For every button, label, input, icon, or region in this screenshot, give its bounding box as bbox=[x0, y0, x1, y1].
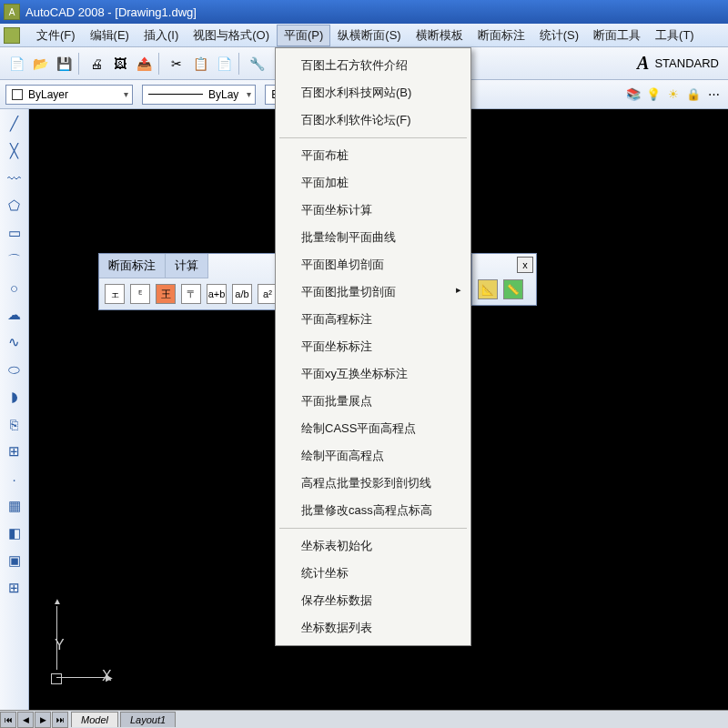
window-title: AutoCAD 2008 - [Drawing1.dwg] bbox=[25, 5, 197, 19]
polygon-tool-icon[interactable]: ⬠ bbox=[4, 195, 25, 217]
tab-nav-button[interactable]: ▶ bbox=[35, 712, 51, 728]
polyline-tool-icon[interactable]: 〰 bbox=[4, 167, 25, 189]
draw-toolbar: ╱ ╳ 〰 ⬠ ▭ ⌒ ○ ☁ ∿ ⬭ ◗ ⎘ ⊞ · ▦ ◧ ▣ ⊞ bbox=[0, 109, 29, 710]
menu-4[interactable]: 平面(P) bbox=[277, 25, 330, 46]
menu-item[interactable]: 保存坐标数据 bbox=[278, 587, 469, 614]
save-icon[interactable]: 💾 bbox=[53, 53, 75, 75]
floating-tab-calc[interactable]: 计算 bbox=[166, 254, 208, 278]
revision-cloud-icon[interactable]: ☁ bbox=[4, 304, 25, 326]
spline-tool-icon[interactable]: ∿ bbox=[4, 331, 25, 353]
calc-tool-2-icon[interactable]: a/b bbox=[232, 284, 252, 304]
menu-3[interactable]: 视图与格式(O) bbox=[186, 25, 277, 46]
layer-combo-label: ByLayer bbox=[28, 88, 68, 101]
menu-10[interactable]: 工具(T) bbox=[648, 25, 702, 46]
menu-item[interactable]: 高程点批量投影到剖切线 bbox=[278, 470, 469, 497]
menu-item[interactable]: 百图水利科技网站(B) bbox=[278, 79, 469, 106]
text-style-name: STANDARD bbox=[654, 56, 719, 70]
arc-tool-icon[interactable]: ⌒ bbox=[4, 249, 25, 271]
menu-item[interactable]: 坐标表初始化 bbox=[278, 532, 469, 560]
publish-icon[interactable]: 📤 bbox=[133, 53, 155, 75]
tab-nav-button[interactable]: ⏮ bbox=[0, 712, 16, 728]
layer-lock-icon[interactable]: 🔒 bbox=[684, 86, 703, 104]
layer-combo[interactable]: ByLayer bbox=[5, 85, 133, 105]
menu-item[interactable]: 平面加桩 bbox=[278, 169, 469, 197]
menu-item[interactable]: 平面坐标标注 bbox=[278, 333, 469, 360]
dim-tool-1-icon[interactable]: ェ bbox=[105, 284, 125, 304]
menu-item[interactable]: 批量绘制平面曲线 bbox=[278, 224, 469, 251]
app-logo-icon: A bbox=[4, 4, 20, 20]
menu-2[interactable]: 插入(I) bbox=[136, 25, 186, 46]
point-tool-icon[interactable]: · bbox=[4, 468, 25, 490]
layout1-tab[interactable]: Layout1 bbox=[120, 712, 176, 727]
print-icon[interactable]: 🖨 bbox=[86, 53, 107, 75]
menu-item[interactable]: 绘制CASS平面高程点 bbox=[278, 415, 469, 442]
menu-item[interactable]: 平面高程标注 bbox=[278, 306, 469, 333]
ucs-y-arrowhead-icon: ▲ bbox=[53, 596, 62, 606]
menu-0[interactable]: 文件(F) bbox=[29, 25, 83, 46]
menu-item[interactable]: 平面图批量切剖面 bbox=[278, 278, 469, 306]
open-file-icon[interactable]: 📂 bbox=[29, 53, 51, 75]
floating-toolbar-annotation[interactable]: 断面标注 计算 ェ ᴱ 王 〒 a+b a/b a² bbox=[98, 253, 284, 310]
plugin-logo-icon bbox=[4, 27, 20, 44]
menu-item[interactable]: 批量修改cass高程点标高 bbox=[278, 497, 469, 524]
layer-more-icon[interactable]: ⋯ bbox=[704, 86, 723, 104]
measure-tool-2-icon[interactable]: 📏 bbox=[503, 279, 523, 299]
menu-item[interactable]: 绘制平面高程点 bbox=[278, 442, 469, 470]
menu-item[interactable]: 坐标数据列表 bbox=[278, 614, 469, 642]
dim-tool-3-icon[interactable]: 王 bbox=[156, 284, 176, 304]
menu-item[interactable]: 平面图单切剖面 bbox=[278, 251, 469, 278]
menu-7[interactable]: 断面标注 bbox=[470, 25, 532, 46]
construction-line-icon[interactable]: ╳ bbox=[4, 140, 25, 162]
ucs-x-axis bbox=[56, 677, 107, 678]
close-button[interactable]: x bbox=[517, 257, 533, 273]
menu-6[interactable]: 横断模板 bbox=[409, 25, 470, 46]
menu-item[interactable]: 平面坐标计算 bbox=[278, 197, 469, 224]
menu-5[interactable]: 纵横断面(S) bbox=[330, 25, 408, 46]
measure-tool-1-icon[interactable]: 📐 bbox=[478, 279, 498, 299]
make-block-icon[interactable]: ⊞ bbox=[4, 440, 25, 462]
menu-item[interactable]: 百图土石方软件介绍 bbox=[278, 52, 469, 79]
linetype-combo[interactable]: ByLay bbox=[142, 85, 256, 105]
layer-on-icon[interactable]: 💡 bbox=[644, 86, 662, 104]
rectangle-tool-icon[interactable]: ▭ bbox=[4, 222, 25, 244]
model-tab[interactable]: Model bbox=[71, 712, 118, 727]
ellipse-arc-icon[interactable]: ◗ bbox=[4, 386, 25, 408]
plane-menu-dropdown: 百图土石方软件介绍百图水利科技网站(B)百图水利软件论坛(F) 平面布桩平面加桩… bbox=[275, 47, 471, 646]
table-tool-icon[interactable]: ⊞ bbox=[4, 577, 25, 599]
circle-tool-icon[interactable]: ○ bbox=[4, 277, 25, 298]
properties-icon[interactable]: 🔧 bbox=[246, 53, 268, 75]
menu-item[interactable]: 平面布桩 bbox=[278, 142, 469, 169]
hatch-tool-icon[interactable]: ▦ bbox=[4, 495, 25, 517]
layer-states-icon[interactable]: 📚 bbox=[624, 86, 642, 104]
cut-icon[interactable]: ✂ bbox=[166, 53, 187, 75]
menu-bar: 文件(F)编辑(E)插入(I)视图与格式(O)平面(P)纵横断面(S)横断模板断… bbox=[0, 24, 728, 47]
menu-item[interactable]: 平面批量展点 bbox=[278, 388, 469, 415]
floating-tab-annotation[interactable]: 断面标注 bbox=[99, 254, 166, 278]
copy-icon[interactable]: 📋 bbox=[189, 53, 211, 75]
layer-freeze-icon[interactable]: ☀ bbox=[664, 86, 682, 104]
plot-preview-icon[interactable]: 🖼 bbox=[109, 53, 131, 75]
tab-nav-button[interactable]: ⏭ bbox=[52, 712, 68, 728]
menu-8[interactable]: 统计(S) bbox=[532, 25, 586, 46]
menu-separator bbox=[279, 137, 467, 138]
new-file-icon[interactable]: 📄 bbox=[5, 53, 27, 75]
region-tool-icon[interactable]: ▣ bbox=[4, 550, 25, 571]
tab-nav-button[interactable]: ◀ bbox=[17, 712, 34, 728]
dim-tool-2-icon[interactable]: ᴱ bbox=[130, 284, 150, 304]
line-tool-icon[interactable]: ╱ bbox=[4, 113, 25, 135]
menu-9[interactable]: 断面工具 bbox=[586, 25, 648, 46]
ellipse-tool-icon[interactable]: ⬭ bbox=[4, 359, 25, 380]
ucs-x-label: X bbox=[102, 668, 112, 684]
ucs-y-label: Y bbox=[55, 637, 65, 653]
menu-1[interactable]: 编辑(E) bbox=[83, 25, 136, 46]
paste-icon[interactable]: 📄 bbox=[213, 53, 235, 75]
title-bar: A AutoCAD 2008 - [Drawing1.dwg] bbox=[0, 0, 728, 24]
menu-item[interactable]: 百图水利软件论坛(F) bbox=[278, 106, 469, 134]
menu-item[interactable]: 统计坐标 bbox=[278, 560, 469, 587]
menu-item[interactable]: 平面xy互换坐标标注 bbox=[278, 360, 469, 388]
insert-block-icon[interactable]: ⎘ bbox=[4, 413, 25, 435]
floating-toolbar-measure[interactable]: x 📐 📏 bbox=[471, 253, 537, 306]
calc-tool-1-icon[interactable]: a+b bbox=[207, 284, 227, 304]
dim-tool-4-icon[interactable]: 〒 bbox=[181, 284, 201, 304]
gradient-tool-icon[interactable]: ◧ bbox=[4, 522, 25, 544]
